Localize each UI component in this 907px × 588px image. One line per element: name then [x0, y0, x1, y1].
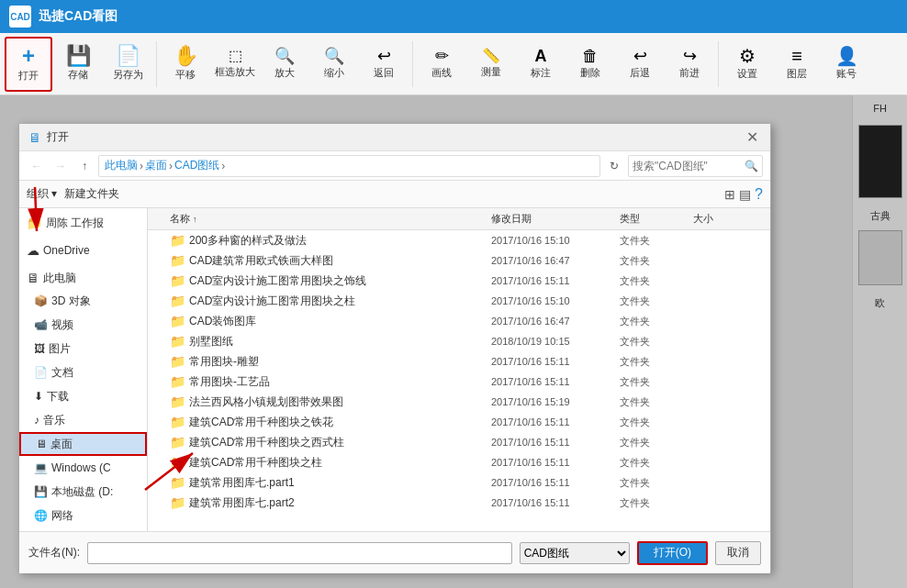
filetype-select[interactable]: CAD图纸: [520, 542, 630, 564]
table-row[interactable]: 📁 CAD建筑常用欧式铁画大样图 2017/10/16 16:47 文件夹: [148, 250, 770, 271]
table-row[interactable]: 📁 常用图块-雕塑 2017/10/16 15:11 文件夹: [148, 351, 770, 372]
toolbar-save-button[interactable]: 💾 存储: [54, 37, 102, 92]
folder-icon: 📁: [170, 374, 185, 389]
table-row[interactable]: 📁 法兰西风格小镇规划图带效果图 2017/10/16 15:19 文件夹: [148, 392, 770, 412]
dialog-close-button[interactable]: ✕: [743, 128, 761, 147]
column-header-name[interactable]: 名称 ↑: [151, 212, 491, 226]
nav-music-icon: ♪: [34, 414, 39, 427]
new-folder-button[interactable]: 新建文件夹: [64, 186, 119, 202]
nav-item-local-d[interactable]: 💾 本地磁盘 (D:: [19, 480, 147, 504]
file-type-cell: 文件夹: [620, 315, 693, 328]
toolbar-pan-button[interactable]: ✋ 平移: [162, 37, 209, 92]
folder-icon: 📁: [170, 415, 185, 429]
refresh-button[interactable]: ↻: [604, 156, 624, 176]
toolbar-mark-button[interactable]: A 标注: [517, 37, 565, 92]
title-bar: CAD 迅捷CAD看图: [0, 0, 907, 33]
view-details-button[interactable]: ⊞: [724, 187, 735, 202]
table-row[interactable]: 📁 建筑常用图库七.part2 2017/10/16 15:11 文件夹: [148, 493, 770, 513]
file-name-cell: 📁 常用图块-工艺品: [151, 374, 491, 390]
file-date-cell: 2017/10/16 15:11: [491, 437, 620, 448]
file-date-cell: 2017/10/16 15:10: [491, 295, 620, 306]
table-row[interactable]: 📁 建筑常用图库七.part1 2017/10/16 15:11 文件夹: [148, 472, 770, 493]
cancel-button[interactable]: 取消: [715, 541, 761, 565]
saveas-icon: 📄: [116, 46, 140, 66]
toolbar-undo-button[interactable]: ↩ 后退: [616, 37, 664, 92]
nav-item-downloads[interactable]: ⬇ 下载: [19, 384, 147, 408]
file-name-text: CAD建筑常用欧式铁画大样图: [189, 253, 333, 269]
file-type-cell: 文件夹: [620, 294, 693, 308]
delete-icon: 🗑: [582, 48, 599, 64]
nav-forward-button[interactable]: →: [50, 156, 71, 176]
path-segment-desktop[interactable]: 桌面: [145, 158, 167, 173]
nav-item-computer[interactable]: 🖥 此电脑: [19, 267, 147, 289]
table-row[interactable]: 📁 CAD装饰图库 2017/10/16 16:47 文件夹: [148, 311, 770, 331]
nav-up-button[interactable]: ↑: [74, 156, 95, 176]
table-row[interactable]: 📁 200多种窗的样式及做法 2017/10/16 15:10 文件夹: [148, 230, 770, 250]
nav-item-3dobjects[interactable]: 📦 3D 对象: [19, 289, 147, 313]
file-date-cell: 2018/10/19 10:15: [491, 336, 620, 347]
column-header-type[interactable]: 类型: [620, 212, 693, 226]
nav-local-d-icon: 💾: [34, 485, 48, 498]
toolbar-zoomin-button[interactable]: 🔍 放大: [261, 37, 308, 92]
table-row[interactable]: 📁 建筑CAD常用千种图块之铁花 2017/10/16 15:11 文件夹: [148, 412, 770, 432]
nav-item-music[interactable]: ♪ 音乐: [19, 408, 147, 432]
saveas-label: 另存为: [113, 68, 143, 82]
file-name-cell: 📁 CAD室内设计施工图常用图块之饰线: [151, 273, 491, 289]
nav-item-pictures[interactable]: 🖼 图片: [19, 337, 147, 361]
path-segment-computer[interactable]: 此电脑: [105, 158, 138, 173]
delete-label: 删除: [580, 66, 600, 80]
redo-label: 前进: [679, 66, 700, 80]
nav-item-onedrive[interactable]: ☁ OneDrive: [19, 239, 147, 261]
file-name-text: CAD室内设计施工图常用图块之柱: [189, 294, 355, 309]
toolbar-delete-button[interactable]: 🗑 删除: [566, 37, 614, 92]
nav-item-recent[interactable]: 📁 周陈 工作报: [19, 212, 147, 234]
toolbar-settings-button[interactable]: ⚙ 设置: [723, 37, 771, 92]
view-list-button[interactable]: ▤: [739, 187, 751, 202]
file-date-cell: 2017/10/16 15:11: [491, 275, 620, 286]
folder-icon: 📁: [170, 294, 185, 308]
nav-desktop-icon: 🖥: [36, 438, 47, 450]
nav-onedrive-icon: ☁: [27, 243, 39, 258]
toolbar-divider-3: [718, 41, 719, 87]
table-row[interactable]: 📁 常用图块-工艺品 2017/10/16 15:11 文件夹: [148, 372, 770, 392]
nav-item-network[interactable]: 🌐 网络: [19, 504, 147, 527]
table-row[interactable]: 📁 CAD室内设计施工图常用图块之柱 2017/10/16 15:10 文件夹: [148, 291, 770, 311]
search-input[interactable]: [633, 160, 743, 172]
filename-input[interactable]: [87, 542, 512, 564]
toolbar-measure-button[interactable]: 📏 测量: [467, 37, 515, 92]
toolbar-account-button[interactable]: 👤 账号: [823, 37, 870, 92]
file-name-text: 别墅图纸: [189, 334, 233, 349]
table-row[interactable]: 📁 建筑CAD常用千种图块之西式柱 2017/10/16 15:11 文件夹: [148, 432, 770, 452]
open-button[interactable]: 打开(O): [637, 541, 708, 565]
toolbar-marquee-button[interactable]: ⬚ 框选放大: [211, 37, 259, 92]
nav-item-windows[interactable]: 💻 Windows (C: [19, 456, 147, 480]
zoomin-icon: 🔍: [274, 48, 295, 64]
table-row[interactable]: 📁 CAD室内设计施工图常用图块之饰线 2017/10/16 15:11 文件夹: [148, 271, 770, 291]
toolbar-drawline-button[interactable]: ✏ 画线: [418, 37, 465, 92]
toolbar-redo-button[interactable]: ↪ 前进: [666, 37, 713, 92]
toolbar-open-button[interactable]: + 打开: [5, 37, 52, 92]
path-segment-cad[interactable]: CAD图纸: [174, 158, 219, 173]
folder-icon: 📁: [170, 495, 185, 510]
dialog-main: 📁 周陈 工作报 ☁ OneDrive 🖥 此电脑 📦: [19, 208, 770, 531]
organize-button[interactable]: 组织 ▾: [27, 186, 57, 202]
toolbar-zoomout-button[interactable]: 🔍 缩小: [310, 37, 358, 92]
nav-item-videos[interactable]: 📹 视频: [19, 313, 147, 337]
nav-item-documents[interactable]: 📄 文档: [19, 361, 147, 384]
save-icon: 💾: [66, 46, 91, 66]
nav-item-desktop[interactable]: 🖥 桌面: [19, 432, 147, 456]
table-row[interactable]: 📁 建筑CAD常用千种图块之柱 2017/10/16 15:11 文件夹: [148, 452, 770, 472]
address-path[interactable]: 此电脑 › 桌面 › CAD图纸 ›: [98, 155, 600, 177]
measure-icon: 📏: [482, 49, 500, 63]
toolbar-saveas-button[interactable]: 📄 另存为: [104, 37, 151, 92]
help-button[interactable]: ?: [755, 186, 763, 203]
filename-label: 文件名(N):: [28, 545, 80, 560]
toolbar-layers-button[interactable]: ≡ 图层: [773, 37, 821, 92]
toolbar-return-button[interactable]: ↩ 返回: [360, 37, 408, 92]
table-row[interactable]: 📁 别墅图纸 2018/10/19 10:15 文件夹: [148, 331, 770, 351]
file-date-cell: 2017/10/16 15:11: [491, 457, 620, 468]
column-header-date[interactable]: 修改日期: [491, 212, 620, 226]
nav-back-button[interactable]: ←: [27, 156, 47, 176]
pan-icon: ✋: [174, 46, 198, 66]
column-header-size[interactable]: 大小: [693, 212, 767, 226]
